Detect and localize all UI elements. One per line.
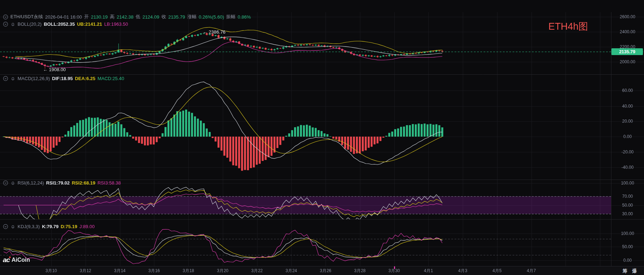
axis-tick-label: 30.00: [613, 211, 642, 216]
axis-tick-label: 40.00: [613, 104, 642, 109]
logo-mark: ac: [3, 256, 10, 264]
boll-indicator-row: BOLL(20,2) BOLL:2052.35 UB:2141.21 LB:19…: [3, 21, 128, 27]
time-tick-label: 3月26: [320, 268, 331, 274]
axis-tick-label: 2000.00: [613, 59, 642, 64]
macd-name[interactable]: MACD(12,26,9): [18, 76, 50, 81]
symbol-name[interactable]: ETH/USDT永续: [10, 14, 43, 20]
burst-button[interactable]: 爆: [632, 268, 637, 274]
low-value: 2124.09: [143, 14, 159, 20]
kdj-k-value: K:79.79: [42, 224, 58, 229]
boll-lb-value: LB:1963.50: [104, 21, 128, 27]
boll-mid-value: BOLL:2052.35: [44, 21, 75, 27]
time-tick-label: 3月18: [183, 268, 194, 274]
close-value: 2135.79: [168, 14, 185, 20]
alert-bell-icon[interactable]: [10, 224, 15, 229]
symbol-ohlc-row: ETH/USDT永续 2026-04-01 16:00 开 2130.19 高 …: [3, 14, 251, 20]
time-tick-label: 3月12: [80, 268, 91, 274]
kdj-j-value: J:89.00: [80, 224, 95, 229]
kdj-d-value: D:75.19: [61, 224, 77, 229]
high-value: 2142.38: [117, 14, 134, 20]
time-tick-label: 3月16: [148, 268, 160, 274]
collapse-chevron-icon[interactable]: [3, 21, 8, 27]
axis-tick-label: 0.00: [613, 134, 642, 139]
chart-canvas[interactable]: [0, 0, 644, 275]
boll-ub-value: UB:2141.21: [77, 21, 102, 27]
alert-bell-icon[interactable]: [10, 76, 15, 81]
axis-tick-label: 50.00: [613, 244, 642, 249]
axis-tick-label: -20.00: [613, 149, 642, 154]
chip-button[interactable]: 筹: [623, 268, 627, 274]
time-tick-label: 3月20: [217, 268, 229, 274]
time-tick-label: 4月1: [424, 268, 433, 274]
collapse-chevron-icon[interactable]: [3, 14, 8, 20]
axis-tick-label: 100.00: [613, 181, 642, 186]
collapse-chevron-icon[interactable]: [3, 76, 8, 81]
macd-hist-value: MACD:25.40: [97, 76, 124, 81]
axis-tick-label: 100.00: [613, 231, 642, 236]
axis-tick-label: 60.00: [613, 88, 642, 93]
axis-tick-label: 2600.00: [613, 14, 642, 19]
low-price-annotation: ← 1908.00: [43, 67, 66, 72]
macd-indicator-row: MACD(12,26,9) DIF:18.95 DEA:6.25 MACD:25…: [3, 76, 124, 81]
change-value: 0.26%(5.60): [199, 14, 224, 20]
macd-dea-value: DEA:6.25: [75, 76, 95, 81]
macd-dif-value: DIF:18.95: [52, 76, 73, 81]
aicoin-logo: ac AiCoin: [3, 256, 30, 264]
time-tick-label: 4月7: [527, 268, 536, 274]
time-tick-label: 4月5: [492, 268, 501, 274]
axis-tick-label: 20.00: [613, 119, 642, 124]
change-label: 涨幅: [187, 14, 197, 20]
time-tick-label: 4月3: [458, 268, 467, 274]
time-tick-label: 3月22: [251, 268, 263, 274]
candle-datetime: 2026-04-01 16:00: [45, 14, 82, 20]
logo-red-dot: [9, 256, 11, 258]
time-tick-label: 3月14: [114, 268, 125, 274]
rsi-indicator-row: RSI(6,12,24) RSI1:79.02 RSI2:68.19 RSI3:…: [3, 180, 121, 186]
rsi2-value: RSI2:68.19: [72, 180, 95, 186]
trading-app: 主 大 筹 ETH/USDT永续 2026-04-01 16:00 开 2130…: [0, 0, 644, 275]
axis-tick-label: 50.00: [613, 203, 642, 208]
collapse-chevron-icon[interactable]: [3, 180, 8, 186]
rsi3-value: RSI3:58.38: [97, 180, 121, 186]
alert-bell-icon[interactable]: [10, 181, 15, 186]
axis-tick-label: 70.00: [613, 194, 642, 199]
high-label: 高: [110, 14, 115, 20]
current-price-badge: 2135.79: [611, 48, 643, 55]
alert-bell-icon[interactable]: [10, 22, 15, 27]
rsi1-value: RSI1:79.02: [46, 180, 70, 186]
kdj-indicator-row: KDJ(9,3,3) K:79.79 D:75.19 J:89.00: [3, 224, 95, 229]
time-tick-label: 3月24: [285, 268, 297, 274]
axis-tick-label: 2400.00: [613, 29, 642, 34]
close-label: 收: [162, 14, 166, 20]
boll-name[interactable]: BOLL(20,2): [18, 21, 42, 27]
chart-watermark-title: ETH4h图: [548, 20, 588, 33]
kdj-name[interactable]: KDJ(9,3,3): [18, 224, 40, 229]
low-label: 低: [136, 14, 140, 20]
axis-tick-label: 0.00: [613, 258, 642, 263]
axis-tick-label: -40.00: [613, 165, 642, 170]
amplitude-label: 振幅: [226, 14, 235, 20]
time-tick-label: 3月28: [354, 268, 366, 274]
collapse-chevron-icon[interactable]: [3, 224, 8, 229]
amplitude-value: 0.86%: [237, 14, 251, 20]
open-label: 开: [84, 14, 89, 20]
high-price-annotation: ← 2386.76: [203, 29, 226, 35]
rsi-name[interactable]: RSI(6,12,24): [18, 180, 44, 186]
time-tick-label: 3月10: [45, 268, 57, 274]
time-tick-label: 3月30: [388, 268, 400, 274]
axis-corner-buttons: 筹 爆: [623, 268, 637, 274]
open-value: 2130.19: [91, 14, 108, 20]
logo-text: AiCoin: [11, 257, 30, 263]
